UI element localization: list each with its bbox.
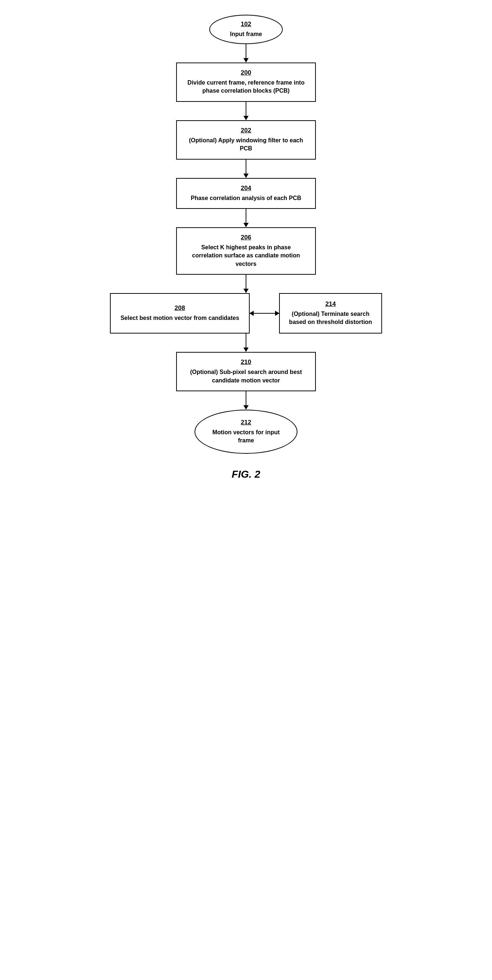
arrow-4 <box>246 209 246 224</box>
node-212-id: 212 <box>241 419 251 426</box>
node-202-id: 202 <box>241 127 251 134</box>
node-208: 208 Select best motion vector from candi… <box>110 293 250 334</box>
node-208-text: Select best motion vector from candidate… <box>121 314 239 322</box>
fig-label: FIG. 2 <box>232 468 260 480</box>
node-200-id: 200 <box>241 69 251 76</box>
node-202: 202 (Optional) Apply windowing filter to… <box>176 120 316 160</box>
flowchart-container: 102 Input frame 200 Divide current frame… <box>81 15 411 480</box>
node-204: 204 Phase correlation analysis of each P… <box>176 178 316 209</box>
node-214-text: (Optional) Terminate search based on thr… <box>289 310 373 326</box>
arrow-7 <box>246 391 246 406</box>
node-208-id: 208 <box>175 304 185 312</box>
node-204-id: 204 <box>241 185 251 192</box>
fig-label-text: FIG. 2 <box>232 468 260 480</box>
arrow-2 <box>246 102 246 116</box>
node-210-id: 210 <box>241 358 251 366</box>
arrow-1 <box>246 44 246 59</box>
double-arrow-line <box>250 313 279 314</box>
node-210: 210 (Optional) Sub-pixel search around b… <box>176 352 316 391</box>
node-204-text: Phase correlation analysis of each PCB <box>191 194 301 202</box>
arrow-3 <box>246 160 246 174</box>
node-212: 212 Motion vectors for input frame <box>194 410 298 454</box>
node-206-text: Select K highest peaks in phase correlat… <box>186 243 306 268</box>
node-206: 206 Select K highest peaks in phase corr… <box>176 227 316 275</box>
node-200-text: Divide current frame, reference frame in… <box>186 79 306 95</box>
node-214-id: 214 <box>325 301 336 308</box>
row-208-214: 208 Select best motion vector from candi… <box>81 293 411 334</box>
arrow-6 <box>246 334 246 348</box>
node-210-text: (Optional) Sub-pixel search around best … <box>186 368 306 385</box>
node-214: 214 (Optional) Terminate search based on… <box>279 293 382 334</box>
dbl-arrow-208-214 <box>250 313 279 314</box>
node-200: 200 Divide current frame, reference fram… <box>176 62 316 102</box>
node-102-id: 102 <box>241 21 251 28</box>
node-102-text: Input frame <box>230 30 262 38</box>
node-212-text: Motion vectors for input frame <box>206 428 286 445</box>
node-102: 102 Input frame <box>209 15 283 44</box>
arrow-5 <box>246 275 246 290</box>
node-206-id: 206 <box>241 234 251 241</box>
node-202-text: (Optional) Apply windowing filter to eac… <box>186 137 306 153</box>
